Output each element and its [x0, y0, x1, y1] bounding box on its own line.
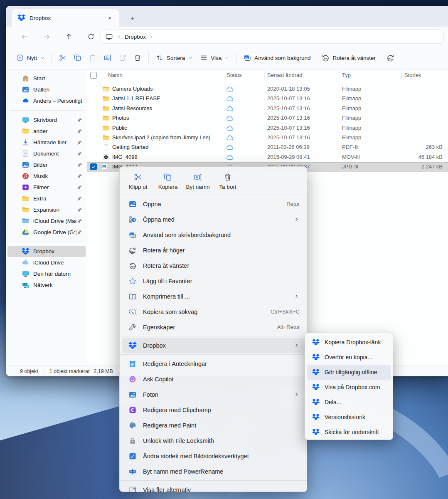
wallpaper-icon: [243, 54, 251, 62]
row-checkbox[interactable]: [90, 163, 97, 170]
rename-button[interactable]: [100, 51, 115, 64]
tab-close-icon[interactable]: [105, 13, 115, 23]
sidebar-item-hamtade-filer[interactable]: Hämtade filer: [7, 137, 86, 148]
tab-dropbox[interactable]: Dropbox: [12, 9, 119, 27]
sidebar-item-bilder[interactable]: Bilder: [7, 159, 86, 170]
file-row[interactable]: IMG_4098 2015-09-29 08:41 MOV-fil 45 184…: [87, 153, 448, 162]
dropbox-icon: [22, 247, 30, 255]
menu-item-rotera-hoger[interactable]: Rotera åt höger: [122, 242, 305, 258]
file-row[interactable]: Jattsi 1.1 RELEASE 2025-10-07 13:16 Film…: [87, 94, 448, 104]
sidebar-item-expansion[interactable]: Expansion: [7, 204, 86, 215]
column-header-type[interactable]: Typ: [342, 72, 351, 78]
select-all-checkbox[interactable]: [90, 72, 97, 79]
menu-item-powerrename[interactable]: Byt namn med PowerRename: [122, 464, 305, 479]
trash-icon: [223, 173, 232, 182]
copy-button[interactable]: [70, 51, 85, 64]
sidebar-item-dokument[interactable]: Dokument: [7, 148, 86, 159]
menu-item-visa-fler-alternativ[interactable]: Visa fler alternativ: [122, 482, 305, 497]
sidebar-item-onedrive[interactable]: Anders – Personligt: [7, 95, 86, 106]
menu-item-egenskaper[interactable]: Egenskaper Alt+Retur: [122, 319, 305, 335]
sidebar-item-skrivbord[interactable]: Skrivbord: [7, 114, 86, 126]
rotate-left-button[interactable]: Rotera åt vänster: [318, 51, 379, 64]
menu-item-lagg-till-favoriter[interactable]: Lägg till i Favoriter: [122, 273, 305, 289]
cut-button[interactable]: [55, 51, 70, 64]
new-button[interactable]: Nytt: [12, 51, 48, 64]
paste-button[interactable]: [85, 51, 100, 64]
menu-item-oppna-med[interactable]: Öppna med: [122, 212, 305, 227]
sidebar-item-icloud-drive[interactable]: iCloud Drive: [7, 257, 86, 268]
cloud-status-icon: [226, 124, 234, 132]
menu-item-anvand-som-skrivbordsbakgrund[interactable]: Använd som skrivbordsbakgrund: [122, 227, 305, 242]
share-button[interactable]: [115, 51, 130, 64]
file-row[interactable]: Getting Started 2011-03-26 06:39 PDF-fil…: [87, 143, 448, 152]
submenu-item-versionshistorik[interactable]: Versionshistorik: [307, 410, 391, 425]
menu-divider: [120, 354, 307, 355]
forward-button[interactable]: [39, 30, 53, 43]
dropbox-icon: [312, 398, 320, 406]
submenu-item-overfor-en-kopia[interactable]: Överför en kopia...: [307, 350, 391, 365]
sidebar-item-ander[interactable]: ander: [7, 126, 86, 137]
back-button[interactable]: [17, 30, 32, 43]
menu-item-unlock-file-locksmith[interactable]: Unlock with File Locksmith: [122, 433, 305, 448]
submenu-item-visa-pa-dropbox-com[interactable]: Visa på Dropbox.com: [307, 380, 391, 395]
menu-item-foton[interactable]: Foton: [122, 387, 305, 402]
file-row[interactable]: Camera Uploads 2020-01-18 13:05 Filmapp: [87, 84, 448, 94]
command-toolbar: Nytt Sortera Visa Använd som bakgrund Ro…: [6, 47, 448, 69]
dropbox-icon: [17, 14, 25, 22]
column-header-modified[interactable]: Senast ändrad: [267, 72, 303, 78]
sidebar-item-musik[interactable]: Musik: [7, 170, 86, 182]
menu-item-ask-copilot[interactable]: Ask Copilot: [122, 371, 305, 387]
rotate-right-button[interactable]: [383, 51, 398, 64]
trash-icon: [133, 54, 142, 62]
file-row[interactable]: Photos 2025-10-07 13:16 Filmapp: [87, 114, 448, 123]
sidebar-item-icloud-drive-mac[interactable]: iCloud Drive (Mac: [7, 215, 86, 227]
file-row[interactable]: Jattsi Resources 2025-10-07 13:16 Filmap…: [87, 104, 448, 114]
sort-button[interactable]: Sortera: [152, 51, 196, 64]
submenu-item-skicka-for-underskrift[interactable]: Skicka för underskrift: [307, 425, 391, 440]
file-row[interactable]: Skrufves ipad 2 (copied from Jimmy Lee) …: [87, 133, 448, 143]
star-icon: [128, 277, 137, 285]
sidebar-item-start[interactable]: Start: [7, 73, 86, 84]
menu-item-redigera-med-paint[interactable]: Redigera med Paint: [122, 417, 305, 433]
lock-icon: [128, 437, 137, 445]
menu-item-redigera-med-clipchamp[interactable]: Redigera med Clipchamp: [122, 402, 305, 417]
submenu-item-dela[interactable]: Dela...: [307, 395, 391, 410]
refresh-button[interactable]: [84, 30, 98, 43]
menu-item-andra-storlek[interactable]: Ändra storlek med Bildstorleksverktyget: [122, 448, 305, 464]
breadcrumb[interactable]: Dropbox: [125, 34, 146, 40]
document-icon: [22, 150, 30, 158]
menu-item-komprimera-till[interactable]: Komprimera till ...: [122, 289, 305, 304]
sidebar-item-filmer[interactable]: Filmer: [7, 182, 86, 193]
rotate-right-icon: [128, 246, 137, 254]
submenu-item-gor-tillganglig-offline[interactable]: Gör tillgänglig offline: [307, 365, 391, 380]
menu-item-kopiera-som-sokvag[interactable]: Kopiera som sökväg Ctrl+Skift+C: [122, 304, 305, 319]
delete-button[interactable]: Ta bort: [213, 171, 243, 192]
rotate-left-icon: [321, 54, 330, 62]
sidebar-item-google-drive[interactable]: Google Drive (G:): [7, 227, 86, 238]
sidebar-item-extra[interactable]: Extra: [7, 193, 86, 204]
menu-item-oppna[interactable]: Öppna Retur: [122, 196, 305, 212]
column-header-size[interactable]: Storlek: [404, 72, 421, 78]
sidebar-item-natverk[interactable]: Nätverk: [7, 279, 86, 291]
address-bar[interactable]: Dropbox: [101, 30, 444, 44]
file-row[interactable]: Public 2025-10-07 13:16 Filmapp: [87, 124, 448, 133]
new-tab-button[interactable]: [127, 13, 138, 23]
rename-button[interactable]: Byt namn: [183, 171, 213, 192]
up-button[interactable]: [62, 30, 76, 43]
chevron-down-icon: [224, 55, 229, 60]
cloud-status-icon: [226, 143, 234, 151]
menu-item-rotera-vanster[interactable]: Rotera åt vänster: [122, 258, 305, 273]
set-background-button[interactable]: Använd som bakgrund: [240, 51, 314, 64]
sidebar-item-den-har-datorn[interactable]: Den här datorn: [7, 268, 86, 279]
menu-item-redigera-i-anteckningar[interactable]: Redigera i Anteckningar: [122, 356, 305, 371]
column-header-status[interactable]: Status: [226, 72, 242, 78]
copy-button[interactable]: Kopiera: [153, 171, 183, 192]
view-button[interactable]: Visa: [196, 51, 233, 64]
delete-button[interactable]: [130, 51, 145, 64]
submenu-item-kopiera-dropbox-lank[interactable]: Kopiera Dropbox-länk: [307, 335, 391, 350]
column-header-name[interactable]: Namn: [108, 72, 123, 78]
cut-button[interactable]: Klipp ut: [123, 171, 153, 192]
sidebar-item-galleri[interactable]: Galleri: [7, 84, 86, 95]
sidebar-item-dropbox[interactable]: Dropbox: [7, 246, 86, 257]
menu-item-dropbox[interactable]: Dropbox: [122, 338, 305, 353]
